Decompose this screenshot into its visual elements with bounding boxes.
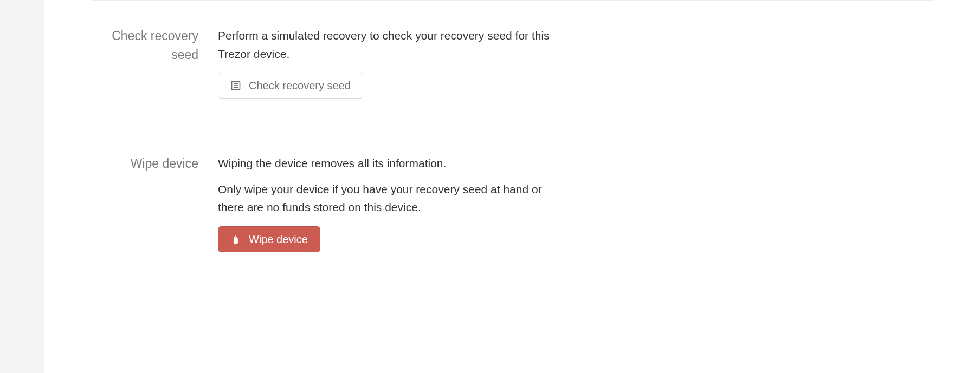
wipe-device-section: Wipe device Wiping the device removes al… [91,128,934,282]
check-recovery-seed-label: Check recovery seed [91,27,218,99]
check-recovery-seed-section: Check recovery seed Perform a simulated … [91,0,934,128]
wipe-device-button[interactable]: Wipe device [218,226,320,252]
wipe-device-description-1: Wiping the device removes all its inform… [218,154,554,173]
list-icon [230,80,241,91]
check-recovery-seed-button[interactable]: Check recovery seed [218,73,363,99]
sidebar-placeholder [0,0,44,373]
check-recovery-seed-description: Perform a simulated recovery to check yo… [218,27,554,63]
fire-icon [230,234,241,245]
wipe-device-label: Wipe device [91,154,218,252]
wipe-device-button-label: Wipe device [249,234,308,245]
settings-panel: Check recovery seed Perform a simulated … [44,0,980,373]
check-recovery-seed-body: Perform a simulated recovery to check yo… [218,27,554,99]
wipe-device-body: Wiping the device removes all its inform… [218,154,554,252]
wipe-device-description-2: Only wipe your device if you have your r… [218,180,554,217]
check-recovery-seed-button-label: Check recovery seed [249,80,351,91]
